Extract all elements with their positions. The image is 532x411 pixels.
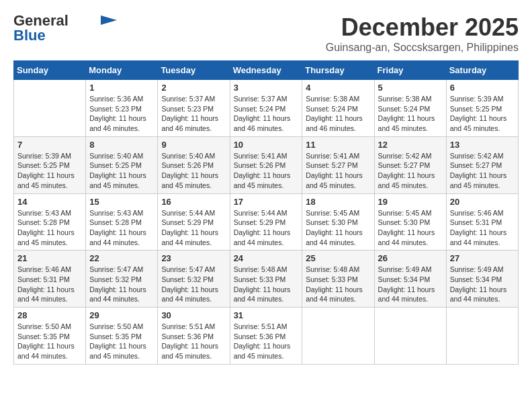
day-number: 20: [450, 197, 515, 207]
calendar-day-cell: 12Sunrise: 5:42 AMSunset: 5:27 PMDayligh…: [374, 136, 446, 193]
day-number: 17: [234, 197, 299, 207]
logo: General Blue: [13, 13, 117, 43]
day-number: 29: [89, 310, 154, 320]
day-number: 27: [450, 253, 515, 263]
day-number: 18: [306, 197, 370, 207]
day-number: 7: [17, 140, 82, 150]
calendar-day-cell: 28Sunrise: 5:50 AMSunset: 5:35 PMDayligh…: [14, 308, 86, 365]
calendar-day-cell: 9Sunrise: 5:40 AMSunset: 5:26 PMDaylight…: [158, 136, 230, 193]
calendar-day-header: Wednesday: [230, 61, 302, 80]
calendar-day-header: Tuesday: [158, 61, 230, 80]
calendar-day-cell: 27Sunrise: 5:49 AMSunset: 5:34 PMDayligh…: [446, 250, 518, 308]
day-info: Sunrise: 5:47 AMSunset: 5:32 PMDaylight:…: [89, 265, 154, 304]
page-header: General Blue December 2025 Guinsang-an, …: [13, 13, 519, 54]
day-number: 21: [17, 253, 82, 263]
calendar-day-cell: 8Sunrise: 5:40 AMSunset: 5:25 PMDaylight…: [86, 136, 158, 193]
calendar-day-cell: 21Sunrise: 5:46 AMSunset: 5:31 PMDayligh…: [14, 250, 86, 308]
day-info: Sunrise: 5:48 AMSunset: 5:33 PMDaylight:…: [234, 265, 299, 304]
day-info: Sunrise: 5:39 AMSunset: 5:25 PMDaylight:…: [17, 151, 82, 191]
day-number: 24: [234, 253, 299, 263]
calendar-day-cell: 19Sunrise: 5:45 AMSunset: 5:30 PMDayligh…: [374, 193, 446, 250]
calendar-day-cell: 30Sunrise: 5:51 AMSunset: 5:36 PMDayligh…: [158, 308, 230, 365]
calendar-day-cell: 16Sunrise: 5:44 AMSunset: 5:29 PMDayligh…: [158, 193, 230, 250]
day-info: Sunrise: 5:40 AMSunset: 5:25 PMDaylight:…: [89, 151, 154, 191]
day-info: Sunrise: 5:46 AMSunset: 5:31 PMDaylight:…: [17, 265, 82, 304]
day-number: 9: [161, 140, 226, 150]
day-number: 25: [306, 253, 370, 263]
logo-general: General: [13, 13, 69, 28]
logo-arrow-icon: [101, 15, 117, 25]
day-info: Sunrise: 5:46 AMSunset: 5:31 PMDaylight:…: [450, 208, 515, 248]
day-number: 4: [306, 83, 370, 93]
day-info: Sunrise: 5:36 AMSunset: 5:23 PMDaylight:…: [89, 94, 154, 134]
day-info: Sunrise: 5:49 AMSunset: 5:34 PMDaylight:…: [450, 265, 515, 304]
calendar-day-header: Saturday: [446, 61, 518, 80]
calendar-day-cell: [446, 308, 518, 365]
day-info: Sunrise: 5:37 AMSunset: 5:24 PMDaylight:…: [234, 94, 299, 134]
day-info: Sunrise: 5:41 AMSunset: 5:27 PMDaylight:…: [306, 151, 370, 191]
calendar-day-cell: 13Sunrise: 5:42 AMSunset: 5:27 PMDayligh…: [446, 136, 518, 193]
calendar-day-cell: 17Sunrise: 5:44 AMSunset: 5:29 PMDayligh…: [230, 193, 302, 250]
day-info: Sunrise: 5:38 AMSunset: 5:24 PMDaylight:…: [378, 94, 443, 134]
day-info: Sunrise: 5:38 AMSunset: 5:24 PMDaylight:…: [306, 94, 370, 134]
day-info: Sunrise: 5:43 AMSunset: 5:28 PMDaylight:…: [89, 208, 154, 248]
logo-blue: Blue: [13, 28, 46, 43]
day-info: Sunrise: 5:45 AMSunset: 5:30 PMDaylight:…: [378, 208, 443, 248]
location: Guinsang-an, Soccsksargen, Philippines: [326, 42, 519, 54]
calendar-day-cell: 10Sunrise: 5:41 AMSunset: 5:26 PMDayligh…: [230, 136, 302, 193]
calendar-day-cell: 26Sunrise: 5:49 AMSunset: 5:34 PMDayligh…: [374, 250, 446, 308]
calendar-body: 1Sunrise: 5:36 AMSunset: 5:23 PMDaylight…: [14, 80, 519, 365]
calendar-week-row: 1Sunrise: 5:36 AMSunset: 5:23 PMDaylight…: [14, 80, 519, 137]
calendar-table: SundayMondayTuesdayWednesdayThursdayFrid…: [13, 60, 519, 365]
day-info: Sunrise: 5:44 AMSunset: 5:29 PMDaylight:…: [161, 208, 226, 248]
day-number: 10: [234, 140, 299, 150]
month-title: December 2025: [326, 13, 519, 42]
day-number: 12: [378, 140, 443, 150]
calendar-day-cell: 24Sunrise: 5:48 AMSunset: 5:33 PMDayligh…: [230, 250, 302, 308]
calendar-day-header: Monday: [86, 61, 158, 80]
day-number: 16: [161, 197, 226, 207]
title-block: December 2025 Guinsang-an, Soccsksargen,…: [326, 13, 519, 54]
day-number: 28: [17, 310, 82, 320]
day-info: Sunrise: 5:47 AMSunset: 5:32 PMDaylight:…: [161, 265, 226, 304]
day-number: 30: [161, 310, 226, 320]
calendar-day-header: Sunday: [14, 61, 86, 80]
calendar-day-cell: 2Sunrise: 5:37 AMSunset: 5:23 PMDaylight…: [158, 80, 230, 137]
day-info: Sunrise: 5:40 AMSunset: 5:26 PMDaylight:…: [161, 151, 226, 191]
calendar-day-cell: 20Sunrise: 5:46 AMSunset: 5:31 PMDayligh…: [446, 193, 518, 250]
calendar-day-cell: 15Sunrise: 5:43 AMSunset: 5:28 PMDayligh…: [86, 193, 158, 250]
svg-marker-0: [101, 15, 117, 25]
day-info: Sunrise: 5:43 AMSunset: 5:28 PMDaylight:…: [17, 208, 82, 248]
day-number: 19: [378, 197, 443, 207]
day-number: 1: [89, 83, 154, 93]
day-info: Sunrise: 5:48 AMSunset: 5:33 PMDaylight:…: [306, 265, 370, 304]
calendar-day-cell: 23Sunrise: 5:47 AMSunset: 5:32 PMDayligh…: [158, 250, 230, 308]
day-info: Sunrise: 5:41 AMSunset: 5:26 PMDaylight:…: [234, 151, 299, 191]
calendar-week-row: 21Sunrise: 5:46 AMSunset: 5:31 PMDayligh…: [14, 250, 519, 308]
calendar-week-row: 7Sunrise: 5:39 AMSunset: 5:25 PMDaylight…: [14, 136, 519, 193]
calendar-day-cell: [302, 308, 374, 365]
calendar-day-cell: 5Sunrise: 5:38 AMSunset: 5:24 PMDaylight…: [374, 80, 446, 137]
calendar-day-header: Thursday: [302, 61, 374, 80]
calendar-day-cell: 14Sunrise: 5:43 AMSunset: 5:28 PMDayligh…: [14, 193, 86, 250]
calendar-day-cell: 6Sunrise: 5:39 AMSunset: 5:25 PMDaylight…: [446, 80, 518, 137]
day-number: 22: [89, 253, 154, 263]
day-info: Sunrise: 5:50 AMSunset: 5:35 PMDaylight:…: [17, 322, 82, 361]
day-info: Sunrise: 5:42 AMSunset: 5:27 PMDaylight:…: [450, 151, 515, 191]
day-number: 3: [234, 83, 299, 93]
calendar-day-cell: 29Sunrise: 5:50 AMSunset: 5:35 PMDayligh…: [86, 308, 158, 365]
day-info: Sunrise: 5:50 AMSunset: 5:35 PMDaylight:…: [89, 322, 154, 361]
day-number: 11: [306, 140, 370, 150]
calendar-header-row: SundayMondayTuesdayWednesdayThursdayFrid…: [14, 61, 519, 80]
day-number: 13: [450, 140, 515, 150]
calendar-day-cell: 25Sunrise: 5:48 AMSunset: 5:33 PMDayligh…: [302, 250, 374, 308]
day-info: Sunrise: 5:44 AMSunset: 5:29 PMDaylight:…: [234, 208, 299, 248]
calendar-day-cell: 22Sunrise: 5:47 AMSunset: 5:32 PMDayligh…: [86, 250, 158, 308]
calendar-day-cell: 4Sunrise: 5:38 AMSunset: 5:24 PMDaylight…: [302, 80, 374, 137]
calendar-day-cell: 7Sunrise: 5:39 AMSunset: 5:25 PMDaylight…: [14, 136, 86, 193]
day-number: 31: [234, 310, 299, 320]
calendar-day-cell: 31Sunrise: 5:51 AMSunset: 5:36 PMDayligh…: [230, 308, 302, 365]
day-info: Sunrise: 5:42 AMSunset: 5:27 PMDaylight:…: [378, 151, 443, 191]
day-info: Sunrise: 5:37 AMSunset: 5:23 PMDaylight:…: [161, 94, 226, 134]
day-info: Sunrise: 5:51 AMSunset: 5:36 PMDaylight:…: [161, 322, 226, 361]
